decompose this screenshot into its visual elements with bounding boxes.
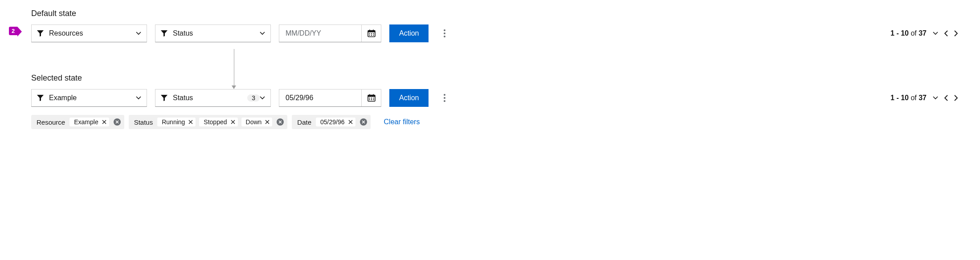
caret-down-icon [136,96,141,100]
status-chip-group: Status Running Stopped Down [129,115,288,129]
chip-remove-button[interactable] [265,120,270,124]
chip-group-close-button[interactable] [277,118,284,126]
chip-remove-button[interactable] [188,120,193,124]
resources-filter-dropdown[interactable]: Example [31,89,147,107]
chip-remove-button[interactable] [102,120,106,124]
chip-text: Example [74,118,98,126]
status-filter-dropdown[interactable]: Status 3 [155,89,271,107]
svg-rect-3 [373,30,374,31]
filter-chip: Stopped [199,118,237,126]
chip-group-close-button[interactable] [114,118,121,126]
date-chip-group: Date 05/29/96 [292,115,370,129]
date-placeholder: MM/DD/YY [286,29,321,37]
svg-rect-16 [373,94,374,96]
kebab-menu-button[interactable] [437,90,453,106]
chip-group-label: Date [297,118,311,126]
pagination-next-button[interactable] [954,30,958,37]
svg-rect-15 [369,94,370,96]
filter-chip: Down [241,118,273,126]
filter-chip: 05/29/96 [316,118,355,126]
pagination-dropdown-toggle[interactable] [933,96,938,100]
selected-toolbar: Example Status 3 05/29/96 Action [31,89,958,107]
status-filter-dropdown[interactable]: Status [155,24,271,42]
calendar-button[interactable] [361,25,381,42]
chip-remove-button[interactable] [231,120,235,124]
chip-group-label: Resource [37,118,65,126]
status-count-badge: 3 [247,94,260,102]
svg-rect-20 [369,99,370,100]
svg-point-12 [444,36,445,37]
status-filter-label: Status [173,94,243,102]
svg-rect-17 [369,98,370,99]
status-filter-label: Status [173,29,260,37]
clear-filters-link[interactable]: Clear filters [384,118,420,126]
resource-chip-group: Resource Example [31,115,124,129]
date-input[interactable]: MM/DD/YY [279,24,381,42]
filter-icon [161,30,167,37]
pagination: 1 - 10 of 37 [890,29,958,37]
svg-rect-9 [373,35,374,36]
filter-icon [37,30,44,37]
svg-rect-7 [369,35,370,36]
kebab-icon [444,29,445,37]
svg-point-11 [444,32,445,34]
svg-point-10 [444,29,445,31]
svg-rect-2 [369,30,370,31]
chip-group-close-button[interactable] [360,118,367,126]
caret-down-icon [260,32,265,35]
chip-remove-button[interactable] [348,120,353,124]
pagination-dropdown-toggle[interactable] [933,32,938,35]
svg-rect-22 [373,99,374,100]
chip-text: Stopped [204,118,227,126]
pagination: 1 - 10 of 37 [890,94,958,102]
action-button[interactable]: Action [389,24,429,42]
calendar-button[interactable] [361,89,381,106]
svg-rect-21 [371,99,372,100]
filter-icon [161,95,167,101]
action-button[interactable]: Action [389,89,429,107]
filter-chips-row: Resource Example Status Running Stopped [31,115,958,129]
svg-point-25 [444,100,445,102]
selected-state-section: Selected state Example Status 3 05/29/96 [22,73,958,129]
chip-group-label: Status [134,118,153,126]
svg-rect-6 [373,33,374,34]
resources-filter-label: Resources [49,29,136,37]
svg-rect-14 [368,95,375,97]
default-state-section: 2 Default state Resources Status MM/DD/Y… [22,9,958,42]
filter-chip: Running [157,118,196,126]
calendar-icon [368,29,376,37]
svg-rect-18 [371,98,372,99]
svg-point-24 [444,97,445,99]
selected-state-title: Selected state [31,73,958,83]
filter-icon [37,95,44,101]
pagination-prev-button[interactable] [944,95,948,101]
svg-rect-5 [371,33,372,34]
kebab-menu-button[interactable] [437,25,453,41]
chip-text: 05/29/96 [320,118,345,126]
svg-rect-4 [369,33,370,34]
default-state-title: Default state [31,9,958,18]
pagination-prev-button[interactable] [944,30,948,37]
chip-text: Running [162,118,185,126]
pagination-text: 1 - 10 of 37 [890,29,927,37]
resources-filter-label: Example [49,94,136,102]
svg-rect-8 [371,35,372,36]
kebab-icon [444,94,445,102]
default-toolbar: Resources Status MM/DD/YY Action [31,24,958,42]
annotation-badge: 2 [9,27,17,35]
chip-text: Down [246,118,262,126]
caret-down-icon [260,96,265,100]
svg-point-23 [444,94,445,96]
pagination-next-button[interactable] [954,95,958,101]
svg-rect-1 [368,31,375,32]
date-value: 05/29/96 [286,94,313,102]
filter-chip: Example [69,118,109,126]
caret-down-icon [136,32,141,35]
resources-filter-dropdown[interactable]: Resources [31,24,147,42]
calendar-icon [368,94,376,102]
svg-rect-19 [373,98,374,99]
date-input[interactable]: 05/29/96 [279,89,381,107]
pagination-text: 1 - 10 of 37 [890,94,927,102]
